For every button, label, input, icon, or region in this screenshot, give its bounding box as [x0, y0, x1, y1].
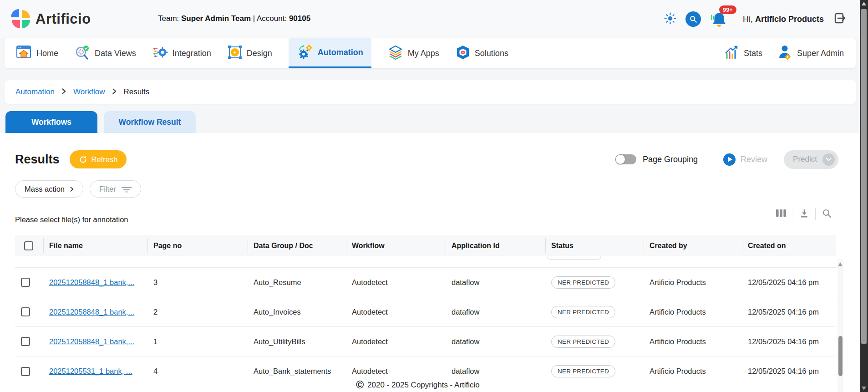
- tab-workflows[interactable]: Workflows: [5, 111, 97, 133]
- status-badge: NER PREDICTED: [551, 336, 615, 348]
- nav-label: Design: [247, 49, 272, 58]
- status-badge: NER PREDICTED: [551, 365, 615, 377]
- table-toolbar: [776, 207, 832, 221]
- breadcrumb-workflow[interactable]: Workflow: [73, 87, 105, 97]
- col-file-name[interactable]: File name: [43, 235, 147, 256]
- file-name-link[interactable]: 202512058848_1 bank,...: [49, 308, 134, 316]
- results-panel: Results Refresh Page Grouping Review Pre…: [0, 133, 860, 392]
- col-application-id[interactable]: Application Id: [446, 235, 545, 256]
- filter-button[interactable]: Filter: [90, 180, 141, 198]
- data-group-cell: Auto_UtilityBills: [248, 337, 346, 346]
- refresh-icon: [79, 155, 87, 164]
- page: Artificio Team: Super Admin Team | Accou…: [0, 0, 868, 392]
- page-scrollbar[interactable]: [860, 0, 868, 392]
- download-icon[interactable]: [800, 209, 809, 220]
- created-on-cell: 12/05/2025 04:16 pm: [742, 367, 836, 376]
- play-icon: [728, 157, 732, 162]
- nav-item-stats[interactable]: Stats: [724, 38, 762, 68]
- scroll-up-arrow-icon[interactable]: [838, 262, 843, 266]
- refresh-button[interactable]: Refresh: [70, 150, 127, 168]
- select-all-checkbox[interactable]: [24, 241, 33, 250]
- col-workflow[interactable]: Workflow: [346, 235, 446, 256]
- integration-icon: [152, 45, 168, 62]
- breadcrumb: Automation Workflow Results: [5, 80, 856, 104]
- created-on-cell: 12/05/2025 04:16 pm: [742, 308, 836, 316]
- nav-item-solutions[interactable]: Solutions: [456, 38, 508, 68]
- row-checkbox[interactable]: [21, 278, 30, 287]
- created-by-cell: Artificio Products: [644, 278, 742, 287]
- greeting-prefix: Hi,: [743, 15, 753, 24]
- page-title: Results: [15, 153, 60, 167]
- solutions-icon: [456, 45, 470, 62]
- created-by-cell: Artificio Products: [644, 367, 742, 376]
- account-label: Account:: [257, 14, 287, 23]
- chevron-right-icon: [70, 186, 74, 192]
- tab-bar: Workflows Workflow Result: [5, 111, 196, 133]
- file-name-link[interactable]: 202512058848_1 bank,...: [49, 278, 134, 286]
- page-scrollbar-thumb[interactable]: [861, 9, 867, 344]
- annotation-hint: Please select file(s) for annotation: [15, 215, 128, 224]
- table-scrollbar[interactable]: [838, 260, 843, 392]
- top-header: Artificio Team: Super Admin Team | Accou…: [0, 0, 860, 38]
- table-row: 202512058848_1 bank,... 1 Auto_UtilityBi…: [15, 327, 836, 356]
- refresh-label: Refresh: [91, 155, 118, 164]
- review-play-button[interactable]: [723, 153, 736, 166]
- nav-item-data-views[interactable]: Data Views: [75, 38, 136, 68]
- separator: |: [253, 14, 255, 23]
- stats-icon: [724, 45, 739, 62]
- data-group-cell: Auto_Invoices: [248, 308, 346, 316]
- predict-label: Predict: [793, 155, 817, 164]
- page-no-cell: 3: [147, 278, 248, 287]
- nav-item-design[interactable]: Design: [228, 38, 272, 68]
- automation-icon: [297, 44, 313, 61]
- row-checkbox[interactable]: [21, 307, 30, 316]
- brightness-icon[interactable]: [664, 12, 676, 26]
- page-no-cell: 1: [147, 337, 248, 346]
- nav-item-home[interactable]: Home: [16, 38, 58, 68]
- columns-icon[interactable]: [776, 209, 787, 219]
- search-button[interactable]: [685, 11, 701, 27]
- mass-action-button[interactable]: Mass action: [15, 180, 83, 198]
- logout-icon[interactable]: [833, 11, 847, 27]
- table-scrollbar-thumb[interactable]: [838, 336, 843, 376]
- main-nav: Home Data Views: [5, 38, 856, 68]
- nav-label: Home: [36, 49, 58, 58]
- application-id-cell: dataflow: [446, 278, 545, 287]
- col-created-on[interactable]: Created on: [742, 235, 836, 256]
- table-search-icon[interactable]: [822, 209, 832, 220]
- predict-button[interactable]: Predict: [784, 150, 838, 169]
- file-name-link[interactable]: 20251205531_1 bank, ...: [49, 367, 132, 375]
- col-page-no[interactable]: Page no: [147, 235, 248, 256]
- tab-workflow-result[interactable]: Workflow Result: [104, 111, 196, 133]
- notifications-button[interactable]: 99+: [710, 10, 727, 28]
- page-scroll-down-arrow-icon[interactable]: [862, 387, 866, 390]
- table-row: 202512058848_1 bank,... 2 Auto_Invoices …: [15, 297, 836, 327]
- row-checkbox[interactable]: [21, 367, 30, 376]
- col-created-by[interactable]: Created by: [644, 235, 742, 256]
- created-by-cell: Artificio Products: [644, 308, 742, 316]
- artificio-logo[interactable]: Artificio: [12, 10, 91, 28]
- col-data-group[interactable]: Data Group / Doc: [248, 235, 346, 256]
- application-id-cell: dataflow: [446, 367, 545, 376]
- nav-label: Data Views: [95, 49, 136, 58]
- file-name-link[interactable]: 202512058848_1 bank,...: [49, 337, 134, 346]
- row-checkbox[interactable]: [21, 337, 30, 346]
- breadcrumb-results: Results: [124, 87, 150, 97]
- nav-item-automation[interactable]: Automation: [289, 38, 371, 68]
- team-value: Super Admin Team: [181, 14, 251, 23]
- nav-item-integration[interactable]: Integration: [152, 38, 211, 68]
- scrolled-row-sliver: [15, 256, 836, 268]
- data-group-cell: Auto_Resume: [248, 278, 346, 287]
- home-icon: [16, 46, 32, 61]
- chevron-right-icon: [112, 87, 117, 97]
- page-grouping-toggle[interactable]: [615, 154, 636, 164]
- nav-item-my-apps[interactable]: My Apps: [388, 38, 439, 68]
- nav-label: Integration: [173, 49, 211, 58]
- page-scroll-up-arrow-icon[interactable]: [862, 2, 866, 5]
- col-status[interactable]: Status: [545, 235, 644, 256]
- nav-item-super-admin[interactable]: Super Admin: [778, 38, 844, 68]
- search-icon: [689, 15, 697, 23]
- account-value: 90105: [289, 14, 310, 23]
- breadcrumb-automation[interactable]: Automation: [15, 87, 55, 97]
- nav-label: Automation: [318, 48, 363, 57]
